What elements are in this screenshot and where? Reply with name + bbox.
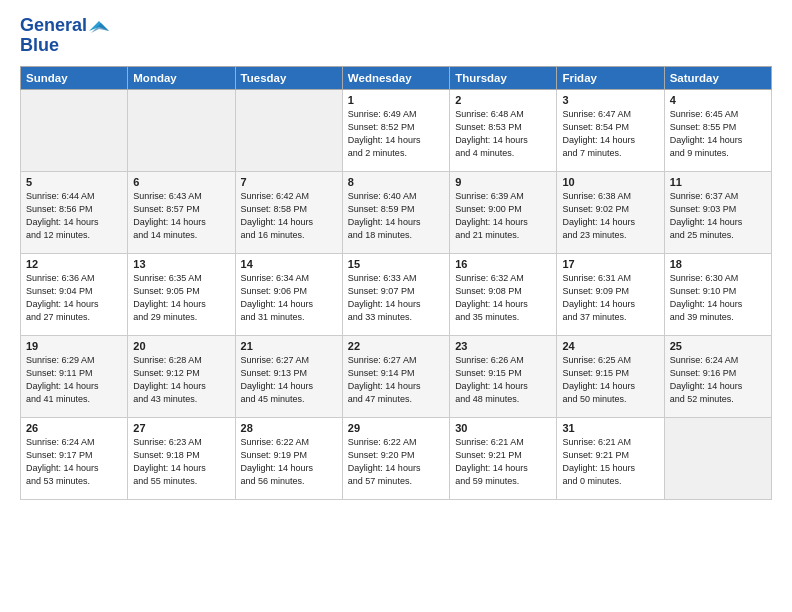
header: General Blue (20, 16, 772, 56)
day-number: 10 (562, 176, 658, 188)
day-info: Sunrise: 6:27 AMSunset: 9:13 PMDaylight:… (241, 354, 337, 406)
day-number: 27 (133, 422, 229, 434)
day-info: Sunrise: 6:47 AMSunset: 8:54 PMDaylight:… (562, 108, 658, 160)
day-number: 30 (455, 422, 551, 434)
day-info: Sunrise: 6:33 AMSunset: 9:07 PMDaylight:… (348, 272, 444, 324)
day-info: Sunrise: 6:24 AMSunset: 9:17 PMDaylight:… (26, 436, 122, 488)
header-day-friday: Friday (557, 66, 664, 89)
day-number: 1 (348, 94, 444, 106)
day-info: Sunrise: 6:43 AMSunset: 8:57 PMDaylight:… (133, 190, 229, 242)
day-cell: 25Sunrise: 6:24 AMSunset: 9:16 PMDayligh… (664, 335, 771, 417)
day-info: Sunrise: 6:35 AMSunset: 9:05 PMDaylight:… (133, 272, 229, 324)
day-number: 28 (241, 422, 337, 434)
day-cell (235, 89, 342, 171)
day-number: 5 (26, 176, 122, 188)
day-cell: 21Sunrise: 6:27 AMSunset: 9:13 PMDayligh… (235, 335, 342, 417)
day-number: 21 (241, 340, 337, 352)
day-cell: 20Sunrise: 6:28 AMSunset: 9:12 PMDayligh… (128, 335, 235, 417)
day-info: Sunrise: 6:30 AMSunset: 9:10 PMDaylight:… (670, 272, 766, 324)
day-info: Sunrise: 6:29 AMSunset: 9:11 PMDaylight:… (26, 354, 122, 406)
day-info: Sunrise: 6:44 AMSunset: 8:56 PMDaylight:… (26, 190, 122, 242)
day-number: 22 (348, 340, 444, 352)
day-cell: 8Sunrise: 6:40 AMSunset: 8:59 PMDaylight… (342, 171, 449, 253)
day-cell: 26Sunrise: 6:24 AMSunset: 9:17 PMDayligh… (21, 417, 128, 499)
day-number: 9 (455, 176, 551, 188)
day-cell: 12Sunrise: 6:36 AMSunset: 9:04 PMDayligh… (21, 253, 128, 335)
day-info: Sunrise: 6:23 AMSunset: 9:18 PMDaylight:… (133, 436, 229, 488)
day-number: 20 (133, 340, 229, 352)
day-cell: 24Sunrise: 6:25 AMSunset: 9:15 PMDayligh… (557, 335, 664, 417)
day-number: 3 (562, 94, 658, 106)
day-info: Sunrise: 6:22 AMSunset: 9:19 PMDaylight:… (241, 436, 337, 488)
day-info: Sunrise: 6:25 AMSunset: 9:15 PMDaylight:… (562, 354, 658, 406)
day-cell: 28Sunrise: 6:22 AMSunset: 9:19 PMDayligh… (235, 417, 342, 499)
day-number: 26 (26, 422, 122, 434)
day-cell: 14Sunrise: 6:34 AMSunset: 9:06 PMDayligh… (235, 253, 342, 335)
week-row-2: 5Sunrise: 6:44 AMSunset: 8:56 PMDaylight… (21, 171, 772, 253)
logo-line1: General (20, 16, 87, 36)
day-info: Sunrise: 6:45 AMSunset: 8:55 PMDaylight:… (670, 108, 766, 160)
day-info: Sunrise: 6:21 AMSunset: 9:21 PMDaylight:… (455, 436, 551, 488)
day-cell: 9Sunrise: 6:39 AMSunset: 9:00 PMDaylight… (450, 171, 557, 253)
day-number: 29 (348, 422, 444, 434)
day-number: 31 (562, 422, 658, 434)
logo-line2: Blue (20, 36, 87, 56)
day-cell: 4Sunrise: 6:45 AMSunset: 8:55 PMDaylight… (664, 89, 771, 171)
day-number: 8 (348, 176, 444, 188)
header-day-saturday: Saturday (664, 66, 771, 89)
day-cell: 27Sunrise: 6:23 AMSunset: 9:18 PMDayligh… (128, 417, 235, 499)
header-day-tuesday: Tuesday (235, 66, 342, 89)
day-cell: 3Sunrise: 6:47 AMSunset: 8:54 PMDaylight… (557, 89, 664, 171)
day-cell: 29Sunrise: 6:22 AMSunset: 9:20 PMDayligh… (342, 417, 449, 499)
day-number: 4 (670, 94, 766, 106)
day-cell: 22Sunrise: 6:27 AMSunset: 9:14 PMDayligh… (342, 335, 449, 417)
week-row-5: 26Sunrise: 6:24 AMSunset: 9:17 PMDayligh… (21, 417, 772, 499)
day-info: Sunrise: 6:24 AMSunset: 9:16 PMDaylight:… (670, 354, 766, 406)
day-cell: 1Sunrise: 6:49 AMSunset: 8:52 PMDaylight… (342, 89, 449, 171)
logo-chevron-icon (89, 21, 109, 41)
week-row-4: 19Sunrise: 6:29 AMSunset: 9:11 PMDayligh… (21, 335, 772, 417)
day-info: Sunrise: 6:21 AMSunset: 9:21 PMDaylight:… (562, 436, 658, 488)
day-info: Sunrise: 6:40 AMSunset: 8:59 PMDaylight:… (348, 190, 444, 242)
day-cell: 6Sunrise: 6:43 AMSunset: 8:57 PMDaylight… (128, 171, 235, 253)
logo: General Blue (20, 16, 109, 56)
page: General Blue SundayMondayTuesdayWednesda… (0, 0, 792, 612)
day-number: 23 (455, 340, 551, 352)
header-day-monday: Monday (128, 66, 235, 89)
day-cell: 15Sunrise: 6:33 AMSunset: 9:07 PMDayligh… (342, 253, 449, 335)
day-cell: 16Sunrise: 6:32 AMSunset: 9:08 PMDayligh… (450, 253, 557, 335)
day-info: Sunrise: 6:31 AMSunset: 9:09 PMDaylight:… (562, 272, 658, 324)
day-cell: 17Sunrise: 6:31 AMSunset: 9:09 PMDayligh… (557, 253, 664, 335)
day-info: Sunrise: 6:34 AMSunset: 9:06 PMDaylight:… (241, 272, 337, 324)
day-info: Sunrise: 6:42 AMSunset: 8:58 PMDaylight:… (241, 190, 337, 242)
day-number: 12 (26, 258, 122, 270)
day-cell (664, 417, 771, 499)
calendar-table: SundayMondayTuesdayWednesdayThursdayFrid… (20, 66, 772, 500)
day-info: Sunrise: 6:26 AMSunset: 9:15 PMDaylight:… (455, 354, 551, 406)
day-number: 2 (455, 94, 551, 106)
day-info: Sunrise: 6:28 AMSunset: 9:12 PMDaylight:… (133, 354, 229, 406)
day-info: Sunrise: 6:37 AMSunset: 9:03 PMDaylight:… (670, 190, 766, 242)
day-info: Sunrise: 6:32 AMSunset: 9:08 PMDaylight:… (455, 272, 551, 324)
day-info: Sunrise: 6:27 AMSunset: 9:14 PMDaylight:… (348, 354, 444, 406)
day-cell: 5Sunrise: 6:44 AMSunset: 8:56 PMDaylight… (21, 171, 128, 253)
day-cell: 23Sunrise: 6:26 AMSunset: 9:15 PMDayligh… (450, 335, 557, 417)
day-number: 6 (133, 176, 229, 188)
day-info: Sunrise: 6:39 AMSunset: 9:00 PMDaylight:… (455, 190, 551, 242)
header-day-sunday: Sunday (21, 66, 128, 89)
day-number: 24 (562, 340, 658, 352)
day-cell: 2Sunrise: 6:48 AMSunset: 8:53 PMDaylight… (450, 89, 557, 171)
header-row: SundayMondayTuesdayWednesdayThursdayFrid… (21, 66, 772, 89)
day-cell: 30Sunrise: 6:21 AMSunset: 9:21 PMDayligh… (450, 417, 557, 499)
day-cell: 11Sunrise: 6:37 AMSunset: 9:03 PMDayligh… (664, 171, 771, 253)
day-info: Sunrise: 6:22 AMSunset: 9:20 PMDaylight:… (348, 436, 444, 488)
day-cell (21, 89, 128, 171)
header-day-wednesday: Wednesday (342, 66, 449, 89)
day-cell: 13Sunrise: 6:35 AMSunset: 9:05 PMDayligh… (128, 253, 235, 335)
day-number: 25 (670, 340, 766, 352)
day-number: 11 (670, 176, 766, 188)
day-number: 18 (670, 258, 766, 270)
day-cell: 7Sunrise: 6:42 AMSunset: 8:58 PMDaylight… (235, 171, 342, 253)
day-cell: 18Sunrise: 6:30 AMSunset: 9:10 PMDayligh… (664, 253, 771, 335)
week-row-1: 1Sunrise: 6:49 AMSunset: 8:52 PMDaylight… (21, 89, 772, 171)
